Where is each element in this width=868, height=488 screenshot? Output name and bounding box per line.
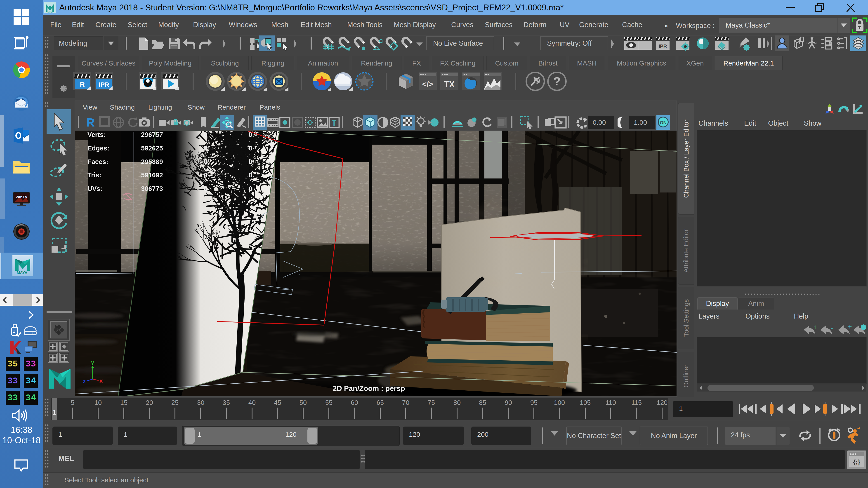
svg-text:40: 40 <box>248 399 256 406</box>
svg-text:z: z <box>83 378 86 385</box>
svg-text:70: 70 <box>402 399 409 406</box>
svg-text:0: 0 <box>204 185 208 192</box>
svg-text:0: 0 <box>249 144 252 152</box>
svg-text:↓: ↓ <box>831 324 834 330</box>
svg-text:Faces:: Faces: <box>88 158 108 165</box>
svg-text:60: 60 <box>351 399 358 406</box>
svg-text:5: 5 <box>71 399 74 406</box>
svg-text:55: 55 <box>325 399 333 406</box>
svg-text:2D Pan/Zoom : persp: 2D Pan/Zoom : persp <box>333 384 405 392</box>
svg-text:TX: TX <box>444 80 455 89</box>
svg-text:Edges:: Edges: <box>88 144 110 152</box>
svg-text:15: 15 <box>120 399 127 406</box>
svg-text:100: 100 <box>554 399 565 406</box>
svg-text:80: 80 <box>454 399 461 406</box>
svg-text:85: 85 <box>479 399 486 406</box>
svg-text:35: 35 <box>223 399 230 406</box>
svg-text:45: 45 <box>274 399 281 406</box>
svg-text:0: 0 <box>249 171 252 179</box>
svg-text:y: y <box>91 359 94 365</box>
svg-text:110: 110 <box>606 399 616 406</box>
svg-text:20: 20 <box>146 399 153 406</box>
svg-text:65: 65 <box>377 399 384 406</box>
svg-text:Verts:: Verts: <box>88 131 106 138</box>
svg-text:0: 0 <box>249 185 252 192</box>
svg-text:WinTV: WinTV <box>16 195 28 199</box>
svg-text:10: 10 <box>94 399 102 406</box>
svg-text:120: 120 <box>657 399 668 406</box>
svg-text:592625: 592625 <box>141 144 163 152</box>
svg-text:0: 0 <box>249 158 252 165</box>
svg-text:75: 75 <box>428 399 435 406</box>
svg-text:↑: ↑ <box>814 324 817 330</box>
svg-text:IPR: IPR <box>99 81 110 88</box>
svg-text:MAYA: MAYA <box>48 11 53 13</box>
svg-text:105: 105 <box>580 399 591 406</box>
svg-text:296757: 296757 <box>141 131 163 138</box>
svg-text:50: 50 <box>300 399 307 406</box>
svg-text:+: + <box>848 324 852 330</box>
svg-text:R: R <box>86 116 95 129</box>
svg-text:0: 0 <box>204 158 208 165</box>
svg-text:0: 0 <box>204 171 208 179</box>
svg-text:306773: 306773 <box>141 185 163 192</box>
svg-text:115: 115 <box>631 399 642 406</box>
svg-text:0: 0 <box>204 131 208 138</box>
svg-text:T: T <box>332 119 337 127</box>
svg-text:IPR: IPR <box>659 43 667 49</box>
svg-text:0: 0 <box>249 131 252 138</box>
svg-text:90: 90 <box>505 399 512 406</box>
svg-text:</>: </> <box>422 80 433 88</box>
svg-text:UVs:: UVs: <box>88 185 102 192</box>
svg-text:591692: 591692 <box>141 171 163 179</box>
svg-text:x: x <box>99 377 103 384</box>
svg-text:295889: 295889 <box>141 158 163 165</box>
svg-text:{;}: {;} <box>853 458 860 465</box>
svg-text:25: 25 <box>171 399 179 406</box>
svg-text:?: ? <box>553 75 561 88</box>
svg-text:30: 30 <box>197 399 204 406</box>
svg-text:R: R <box>80 80 85 88</box>
svg-text:95: 95 <box>530 399 537 406</box>
svg-text:Tris:: Tris: <box>88 171 101 179</box>
svg-text:0: 0 <box>204 144 208 152</box>
svg-text:ON: ON <box>660 120 666 125</box>
